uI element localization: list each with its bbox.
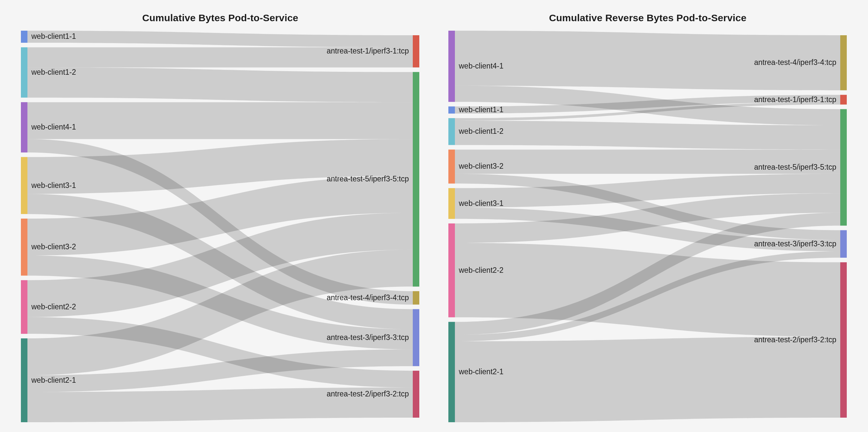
sankey-node[interactable]: [21, 102, 27, 153]
sankey-link[interactable]: [455, 337, 840, 422]
sankey-node[interactable]: [413, 72, 419, 287]
sankey-node-label: web-client1-1: [31, 32, 76, 40]
sankey-node[interactable]: [413, 35, 419, 68]
sankey-links: [455, 31, 840, 422]
sankey-node[interactable]: [21, 157, 27, 214]
sankey-node[interactable]: [21, 47, 27, 98]
sankey-node-label: web-client3-2: [459, 162, 503, 170]
sankey-chart-bytes: web-client1-1web-client1-2web-client4-1w…: [21, 31, 419, 422]
sankey-node[interactable]: [840, 262, 847, 418]
sankey-node-label: web-client3-2: [31, 242, 76, 251]
sankey-node[interactable]: [413, 291, 419, 304]
sankey-node-label: web-client3-1: [31, 181, 76, 190]
sankey-node[interactable]: [840, 35, 847, 90]
sankey-link[interactable]: [455, 121, 840, 149]
sankey-node[interactable]: [21, 219, 27, 276]
panel-cumulative-bytes: Cumulative Bytes Pod-to-Service web-clie…: [19, 6, 421, 422]
sankey-node[interactable]: [448, 31, 455, 102]
sankey-node[interactable]: [448, 322, 455, 422]
sankey-links: [27, 31, 413, 422]
sankey-link[interactable]: [27, 31, 413, 47]
sankey-node-label: web-client2-1: [31, 376, 76, 385]
dashboard-row: Cumulative Bytes Pod-to-Service web-clie…: [0, 0, 868, 432]
sankey-node-label: web-client1-2: [31, 68, 76, 76]
sankey-node-label: antrea-test-4/iperf3-4:tcp: [754, 58, 837, 67]
sankey-node-label: antrea-test-2/iperf3-2:tcp: [754, 335, 837, 344]
sankey-node-label: antrea-test-2/iperf3-2:tcp: [327, 390, 409, 398]
sankey-node[interactable]: [448, 224, 455, 318]
sankey-node[interactable]: [413, 371, 419, 418]
sankey-node-label: web-client1-2: [459, 127, 503, 135]
sankey-node-label: antrea-test-3/iperf3-3:tcp: [327, 333, 409, 342]
sankey-node[interactable]: [21, 338, 27, 422]
sankey-node[interactable]: [448, 118, 455, 145]
sankey-node[interactable]: [840, 109, 847, 226]
sankey-link[interactable]: [27, 102, 413, 139]
sankey-node[interactable]: [413, 309, 419, 366]
sankey-node-label: web-client3-1: [459, 199, 503, 207]
sankey-node[interactable]: [21, 31, 27, 43]
sankey-node-label: web-client2-2: [459, 266, 503, 274]
sankey-node-label: antrea-test-1/iperf3-1:tcp: [327, 47, 409, 55]
sankey-node-label: antrea-test-5/iperf3-5:tcp: [754, 163, 837, 171]
panel-cumulative-reverse-bytes: Cumulative Reverse Bytes Pod-to-Service …: [447, 6, 848, 422]
sankey-node[interactable]: [448, 149, 455, 184]
sankey-node-label: web-client2-2: [31, 302, 76, 311]
sankey-node-label: antrea-test-5/iperf3-5:tcp: [327, 174, 409, 183]
sankey-node-label: web-client4-1: [31, 123, 76, 131]
sankey-node-label: antrea-test-4/iperf3-4:tcp: [327, 293, 409, 302]
panel-title: Cumulative Reverse Bytes Pod-to-Service: [549, 12, 746, 24]
sankey-node[interactable]: [448, 106, 455, 113]
sankey-node[interactable]: [840, 230, 847, 258]
sankey-node-label: web-client2-1: [459, 367, 503, 376]
sankey-node-label: web-client1-1: [459, 105, 503, 114]
sankey-node-label: antrea-test-3/iperf3-3:tcp: [754, 239, 837, 248]
sankey-node-label: antrea-test-1/iperf3-1:tcp: [754, 95, 837, 104]
sankey-node[interactable]: [21, 280, 27, 334]
sankey-node-label: web-client4-1: [459, 62, 503, 70]
sankey-link[interactable]: [27, 68, 413, 102]
sankey-chart-reverse-bytes: web-client4-1web-client1-1web-client1-2w…: [448, 31, 847, 422]
panel-title: Cumulative Bytes Pod-to-Service: [142, 12, 298, 24]
sankey-node[interactable]: [840, 95, 847, 105]
sankey-node[interactable]: [448, 188, 455, 219]
